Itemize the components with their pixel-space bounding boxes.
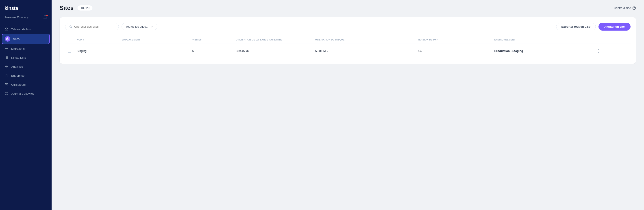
- sidebar-item-label: Tableau de bord: [11, 28, 32, 31]
- entreprise-icon: [4, 73, 8, 78]
- notification-bell-icon[interactable]: [43, 15, 47, 19]
- export-csv-button[interactable]: Exporter tout en CSV: [556, 23, 596, 30]
- cell-emplacement: [119, 43, 190, 58]
- sidebar-item-kinsta-dns[interactable]: Kinsta DNS: [0, 53, 52, 62]
- select-all-checkbox[interactable]: [68, 38, 71, 41]
- analytics-icon: [4, 65, 8, 69]
- home-icon: [4, 27, 8, 31]
- col-actions: [592, 36, 630, 43]
- col-disque: UTILISATION DU DISQUE: [312, 36, 415, 43]
- sidebar-item-label: Kinsta DNS: [11, 56, 26, 59]
- notification-badge: [46, 15, 48, 16]
- users-icon: [4, 82, 8, 86]
- sidebar-item-entreprise[interactable]: Entreprise: [0, 71, 52, 80]
- col-php: VERSION DE PHP: [415, 36, 492, 43]
- col-nom[interactable]: NOM ↑: [74, 36, 119, 43]
- help-circle-icon: [632, 6, 636, 10]
- cell-bande-passante: 889.45 kb: [233, 43, 312, 58]
- cell-environnement: Production • Staging: [492, 43, 592, 58]
- sidebar-item-sites[interactable]: Sites: [2, 34, 50, 44]
- select-all-header: [65, 36, 74, 43]
- cell-php: 7.4: [415, 43, 492, 58]
- col-bande-passante: UTILISATION DE LA BANDE PASSANTE: [233, 36, 312, 43]
- dns-icon: [4, 56, 8, 60]
- sidebar-item-journal[interactable]: Journal d'activités: [0, 89, 52, 98]
- svg-text:kinsta: kinsta: [4, 6, 18, 11]
- sites-icon: [5, 36, 10, 42]
- help-link[interactable]: Centre d'aide: [614, 6, 636, 10]
- sites-table: NOM ↑ EMPLACEMENT VISITES UTILISATION DE…: [65, 36, 630, 58]
- help-label: Centre d'aide: [614, 6, 631, 10]
- sites-toolbar: Toutes les étiqu... Exporter tout en CSV…: [65, 23, 630, 31]
- main-content: Sites 18 / 20 Centre d'aide: [52, 0, 644, 210]
- sidebar: kinsta Awesome Company Tableau de bord: [0, 0, 52, 210]
- sidebar-logo-area: kinsta: [0, 0, 52, 14]
- sidebar-item-label: Migrations: [11, 47, 25, 50]
- search-box[interactable]: [65, 23, 119, 30]
- table-header: NOM ↑ EMPLACEMENT VISITES UTILISATION DE…: [65, 36, 630, 43]
- filter-dropdown[interactable]: Toutes les étiqu...: [122, 23, 157, 30]
- sidebar-item-label: Sites: [13, 37, 20, 41]
- company-row: Awesome Company: [0, 14, 52, 23]
- journal-icon: [4, 91, 8, 95]
- col-emplacement: EMPLACEMENT: [119, 36, 190, 43]
- page-title-row: Sites 18 / 20: [60, 5, 93, 12]
- col-visites: VISITES: [190, 36, 233, 43]
- sidebar-item-label: Utilisateurs: [11, 83, 26, 86]
- search-icon: [69, 25, 72, 28]
- page-title: Sites: [60, 5, 74, 12]
- topbar: Sites 18 / 20 Centre d'aide: [52, 0, 644, 14]
- chevron-down-icon: [150, 25, 153, 28]
- cell-actions: ⋮: [592, 43, 630, 58]
- svg-line-15: [72, 27, 72, 28]
- sidebar-item-label: Journal d'activités: [11, 92, 34, 95]
- cell-nom: Staging: [74, 43, 119, 58]
- sidebar-item-utilisateurs[interactable]: Utilisateurs: [0, 80, 52, 89]
- sidebar-nav: Tableau de bord Sites Migr: [0, 23, 52, 210]
- table-body: Staging 5 889.45 kb 53.81 MB 7.4 Product…: [65, 43, 630, 58]
- cell-visites: 5: [190, 43, 233, 58]
- sidebar-item-analytics[interactable]: Analytics: [0, 62, 52, 71]
- svg-rect-9: [5, 75, 8, 77]
- add-site-button[interactable]: Ajouter un site: [598, 23, 630, 31]
- site-count-badge: 18 / 20: [77, 5, 93, 11]
- company-name: Awesome Company: [4, 16, 28, 19]
- sidebar-item-tableau[interactable]: Tableau de bord: [0, 25, 52, 34]
- sidebar-item-label: Analytics: [11, 65, 23, 68]
- row-checkbox[interactable]: [68, 49, 71, 53]
- logo: kinsta: [4, 5, 25, 11]
- sidebar-item-label: Entreprise: [11, 74, 24, 77]
- sites-card: Toutes les étiqu... Exporter tout en CSV…: [60, 17, 636, 64]
- col-environnement: ENVIRONNEMENT: [492, 36, 592, 43]
- cell-disque: 53.81 MB: [312, 43, 415, 58]
- row-more-button[interactable]: ⋮: [595, 47, 602, 54]
- svg-point-10: [6, 83, 6, 84]
- search-input[interactable]: [74, 25, 114, 28]
- migrations-icon: [4, 47, 8, 51]
- svg-point-11: [6, 93, 7, 94]
- row-checkbox-cell: [65, 43, 74, 58]
- filter-label: Toutes les étiqu...: [126, 25, 148, 28]
- content-area: Toutes les étiqu... Exporter tout en CSV…: [52, 14, 644, 210]
- table-row: Staging 5 889.45 kb 53.81 MB 7.4 Product…: [65, 43, 630, 58]
- sidebar-item-migrations[interactable]: Migrations: [0, 44, 52, 53]
